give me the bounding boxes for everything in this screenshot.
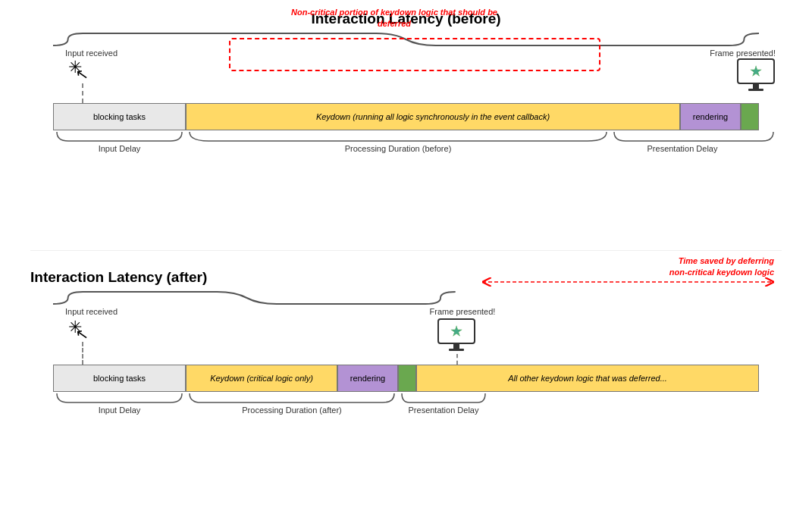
bottom-icons-row: Input received ✳ ↖ Frame presented! ★ xyxy=(30,307,782,365)
bottom-sub-braces: Input Delay Processing Duration (after) … xyxy=(53,392,759,419)
top-monitor: ★ xyxy=(736,58,776,97)
bottom-monitor: ★ xyxy=(437,318,476,357)
top-icons-row: Input received ✳ ↖ Frame presented! ★ xyxy=(30,49,782,103)
bottom-bar-keydown: Keydown (critical logic only) xyxy=(186,365,337,392)
time-saved-arrow xyxy=(482,277,774,290)
svg-rect-7 xyxy=(453,343,459,349)
divider xyxy=(30,250,782,251)
top-label-input-delay: Input Delay xyxy=(53,144,186,153)
top-sub-braces: Input Delay Processing Duration (before)… xyxy=(53,130,759,158)
top-bar-keydown: Keydown (running all logic synchronously… xyxy=(186,103,680,130)
svg-rect-2 xyxy=(753,83,759,89)
top-label-presentation: Presentation Delay xyxy=(584,144,781,153)
main-container: Interaction Latency (before) Input recei… xyxy=(0,0,812,523)
svg-rect-8 xyxy=(449,349,464,351)
time-saved-text: Time saved by deferring non-critical key… xyxy=(669,255,774,279)
top-bar-rendering: rendering xyxy=(680,103,741,130)
svg-text:★: ★ xyxy=(450,324,462,339)
svg-rect-3 xyxy=(748,89,763,91)
bottom-bar-deferred: All other keydown logic that was deferre… xyxy=(416,365,759,392)
top-bars-row: blocking tasks Keydown (running all logi… xyxy=(53,103,759,130)
bottom-monitor-dotted-line xyxy=(456,354,458,365)
bottom-label-processing: Processing Duration (after) xyxy=(186,406,398,415)
top-bar-blocking: blocking tasks xyxy=(53,103,186,130)
top-annotation-text: Non-critical portion of keydown logic th… xyxy=(288,7,500,30)
top-input-received-label: Input received xyxy=(65,49,118,58)
bottom-diagram: Time saved by deferring non-critical key… xyxy=(30,269,782,419)
bottom-cursor-dotted-line xyxy=(82,342,83,365)
bottom-input-received-label: Input received xyxy=(65,307,118,316)
bottom-bar-rendering: rendering xyxy=(337,365,398,392)
bottom-bar-rendering-green xyxy=(398,365,416,392)
top-cursor: ↖ xyxy=(74,66,89,83)
bottom-frame-presented-label: Frame presented! xyxy=(425,307,500,316)
bottom-bar-blocking: blocking tasks xyxy=(53,365,186,392)
bottom-label-presentation: Presentation Delay xyxy=(372,406,516,415)
bottom-bars-row: blocking tasks Keydown (critical logic o… xyxy=(53,365,759,392)
top-red-dashed-box xyxy=(229,38,600,71)
top-bar-rendering-green xyxy=(741,103,759,130)
top-diagram: Interaction Latency (before) Input recei… xyxy=(30,11,782,158)
top-cursor-dotted-line xyxy=(82,83,83,103)
bottom-big-brace xyxy=(53,290,759,305)
bottom-label-input-delay: Input Delay xyxy=(53,406,186,415)
top-label-processing: Processing Duration (before) xyxy=(186,144,610,153)
svg-text:★: ★ xyxy=(750,64,762,79)
top-frame-presented-label: Frame presented! xyxy=(710,49,776,58)
